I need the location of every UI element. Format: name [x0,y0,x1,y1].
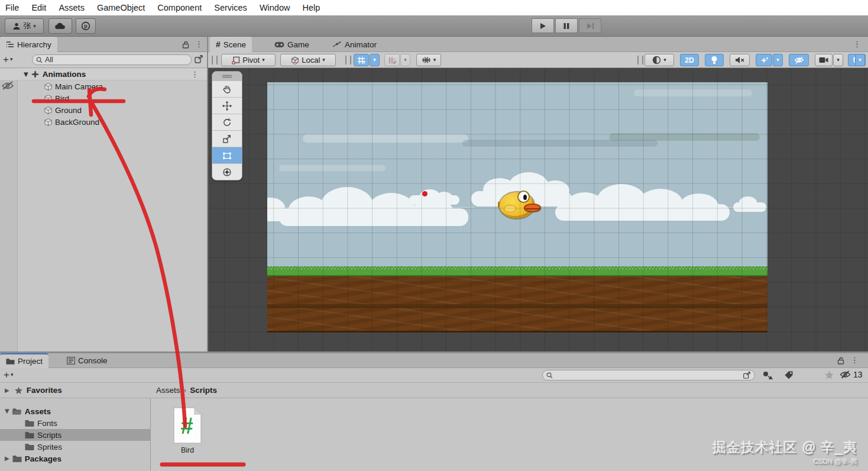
sky-wisp [609,133,760,141]
cloud [409,192,459,205]
tree-row-sprites[interactable]: Sprites [0,441,150,453]
project-create-button[interactable]: + ▾ [4,370,13,380]
account-button[interactable]: 张 ▾ [5,18,44,34]
scene-audio-toggle[interactable] [730,54,750,66]
cloud [733,196,766,213]
menu-component[interactable]: Component [157,3,202,12]
tab-game-label: Game [287,40,309,49]
step-button[interactable] [579,18,601,33]
project-menu-icon[interactable]: ⋮ [851,356,859,364]
tree-row-fonts[interactable]: Fonts [0,417,150,429]
hierarchy-row-scene[interactable]: ▼ Animations ⋮ [0,69,207,80]
project-tabbar: Project Console ⋮ [0,353,868,368]
grid-snap-toggle[interactable]: Y [354,54,369,66]
scene-lighting-toggle[interactable] [705,54,724,66]
cloud-icon [55,22,66,30]
project-search-input[interactable] [542,370,755,380]
project-content-area[interactable]: # Bird [151,398,868,471]
effects-dropdown[interactable]: ▾ [773,54,783,66]
search-icon [546,372,553,379]
menu-file[interactable]: File [5,3,19,12]
collab-button[interactable]: p [76,18,96,34]
tree-label: Sprites [37,443,62,451]
draw-mode-dropdown[interactable]: ▾ [644,54,674,66]
pause-button[interactable] [555,18,578,33]
scale-tool-button[interactable] [212,130,242,147]
hierarchy-panel: Hierarchy ⋮ + ▾ All ▼ Ani [0,37,208,351]
snap-increment-toggle[interactable] [384,54,400,66]
grass-sprite[interactable] [267,269,767,276]
cloud [555,186,733,224]
bird-sprite[interactable] [500,191,540,220]
toolbar-drag-handle[interactable] [212,56,218,64]
tab-project-label: Project [18,357,43,366]
2d-mode-toggle[interactable]: 2D [680,54,699,66]
tool-palette [212,71,242,180]
handle-rotation-dropdown[interactable]: Local ▾ [280,54,336,66]
hierarchy-menu-icon[interactable]: ⋮ [195,40,203,48]
hidden-objects-toggle[interactable] [789,54,809,66]
cloud-button[interactable] [48,18,72,34]
palette-drag-handle[interactable] [212,72,242,80]
rotate-tool-button[interactable] [212,114,242,130]
favorites-star-icon[interactable] [824,370,834,380]
grid-snap-dropdown[interactable]: ▾ [370,54,380,66]
hierarchy-row-ground[interactable]: Ground [0,104,207,116]
tab-console[interactable]: Console [61,353,114,368]
tab-project[interactable]: Project [0,353,48,368]
search-by-label-icon[interactable] [784,370,793,380]
foldout-arrow-icon[interactable]: ▶ [5,388,9,393]
tab-game[interactable]: Game [268,37,315,52]
hidden-items-indicator[interactable]: 13 [840,370,863,379]
search-window-icon[interactable] [743,371,751,379]
hierarchy-row-background[interactable]: BackGround [0,116,207,128]
scene-menu-icon[interactable]: ⋮ [853,40,861,48]
play-button[interactable] [532,18,554,33]
toolbar-drag-handle[interactable] [637,56,643,64]
scene-viewport[interactable] [208,68,868,351]
tab-hierarchy[interactable]: Hierarchy [0,37,57,52]
scene-effects-toggle[interactable] [756,54,772,66]
breadcrumb-root[interactable]: Assets [156,386,180,395]
chevron-down-icon: ▾ [776,57,779,63]
transform-tool-button[interactable] [212,163,242,180]
search-window-icon[interactable] [194,54,203,64]
scene-camera-settings[interactable] [815,54,833,66]
foldout-arrow-icon[interactable]: ▼ [24,72,28,78]
hand-tool-button[interactable] [212,80,242,97]
foldout-arrow-icon[interactable]: ▶ [5,456,9,462]
toolbar-drag-handle[interactable] [345,56,351,64]
lock-icon[interactable] [182,41,189,49]
rect-tool-button[interactable] [212,147,242,163]
menu-gameobject[interactable]: GameObject [97,3,145,12]
hierarchy-create-button[interactable]: + ▾ [3,54,12,64]
menu-assets[interactable]: Assets [59,3,85,12]
scene-menu-icon[interactable]: ⋮ [191,70,199,78]
camera-dropdown[interactable]: ▾ [833,54,843,66]
lock-icon[interactable] [837,357,844,364]
asset-bird-script[interactable]: # Bird [168,407,207,454]
tab-scene[interactable]: # Scene [210,37,252,52]
menu-window[interactable]: Window [260,3,290,12]
favorites-header[interactable]: ▶ Favorites [0,383,151,398]
snap-increment-dropdown[interactable]: ▾ [400,54,410,66]
menu-help[interactable]: Help [302,3,320,12]
hierarchy-row-main-camera[interactable]: Main Camera [0,80,207,92]
foldout-arrow-icon[interactable]: ▼ [5,408,9,414]
tree-row-assets[interactable]: ▼ Assets [0,405,150,417]
pivot-mode-dropdown[interactable]: Pivot ▾ [221,54,276,66]
hierarchy-search-input[interactable]: All [32,54,192,65]
hierarchy-row-bird[interactable]: Bird [0,92,207,104]
tree-row-packages[interactable]: ▶ Packages [0,453,150,464]
move-tool-button[interactable] [212,97,242,114]
folder-icon [25,431,34,439]
menu-edit[interactable]: Edit [31,3,46,12]
ground-sprite[interactable] [267,276,767,333]
menu-services[interactable]: Services [214,3,247,12]
search-by-type-icon[interactable] [763,370,773,380]
grid-settings-dropdown[interactable]: ▾ [416,54,441,66]
tab-animator[interactable]: Animator [326,37,383,52]
tree-row-scripts[interactable]: Scripts [0,429,150,441]
breadcrumb-current[interactable]: Scripts [190,386,217,395]
gizmos-dropdown[interactable]: ▾ [855,54,865,66]
